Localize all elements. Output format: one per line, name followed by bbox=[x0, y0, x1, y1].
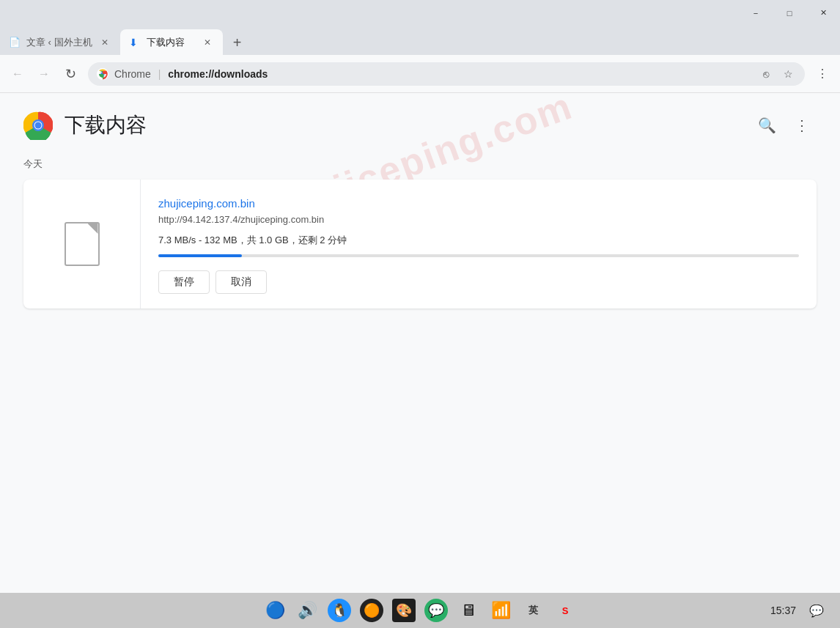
title-bar: − □ ✕ bbox=[0, 0, 840, 26]
omnibox-text: Chrome | chrome://downloads bbox=[114, 68, 752, 80]
taskbar-notification[interactable]: 💬 bbox=[805, 599, 828, 622]
share-icon[interactable]: ⎋ bbox=[758, 66, 774, 82]
page-header: 下载内容 🔍 ⋮ bbox=[23, 111, 817, 140]
tab-title-1: 文章 ‹ 国外主机 bbox=[26, 36, 92, 49]
download-progress-text: 7.3 MB/s - 132 MB，共 1.0 GB，还剩 2 分钟 bbox=[158, 234, 799, 247]
page-title: 下载内容 bbox=[65, 111, 147, 139]
forward-button[interactable]: → bbox=[32, 62, 56, 86]
minimize-button[interactable]: − bbox=[739, 0, 773, 26]
taskbar-right: 15:37 💬 bbox=[770, 599, 828, 622]
minimize-icon: − bbox=[754, 9, 758, 18]
window-controls: − □ ✕ bbox=[739, 0, 840, 26]
download-filename[interactable]: zhujiceping.com.bin bbox=[158, 197, 799, 210]
taskbar-qq[interactable]: 🐧 bbox=[328, 599, 351, 622]
more-icon: ⋮ bbox=[795, 117, 809, 134]
omnibox-chrome-icon bbox=[97, 68, 108, 80]
maximize-icon: □ bbox=[787, 9, 792, 18]
tab-favicon-1: 📄 bbox=[9, 37, 21, 48]
taskbar-bluetooth[interactable]: 🔵 bbox=[263, 599, 287, 622]
taskbar-wechat[interactable]: 💬 bbox=[424, 599, 448, 622]
maximize-button[interactable]: □ bbox=[773, 0, 806, 26]
omnibox-divider: | bbox=[158, 68, 161, 80]
download-card-right: zhujiceping.com.bin http://94.142.137.4/… bbox=[141, 180, 817, 309]
taskbar-display[interactable]: 🖥 bbox=[457, 599, 480, 622]
section-label: 今天 bbox=[23, 158, 817, 171]
page-header-right: 🔍 ⋮ bbox=[752, 111, 817, 140]
taskbar-ime[interactable]: 英 bbox=[521, 599, 545, 622]
more-actions-button[interactable]: ⋮ bbox=[787, 111, 817, 140]
page-content: zhujiceping.com bbox=[0, 93, 840, 593]
taskbar-volume[interactable]: 🔊 bbox=[295, 599, 319, 622]
menu-button[interactable]: ⋮ bbox=[811, 62, 834, 86]
search-icon: 🔍 bbox=[758, 117, 776, 134]
progress-bar-fill bbox=[158, 254, 242, 257]
reload-button[interactable]: ↻ bbox=[59, 62, 82, 86]
menu-icon: ⋮ bbox=[817, 67, 828, 81]
taskbar: 🔵 🔊 🐧 🟠 🎨 💬 🖥 📶 英 S 15:37 💬 bbox=[0, 593, 840, 628]
taskbar-time: 15:37 bbox=[770, 605, 796, 616]
back-icon: ← bbox=[12, 67, 23, 81]
omnibox-chrome-name: Chrome bbox=[114, 68, 151, 80]
page-header-left: 下载内容 bbox=[23, 111, 147, 140]
pause-button[interactable]: 暂停 bbox=[158, 270, 210, 294]
toolbar: ← → ↻ Chrome | chrome://downloads ⎋ ☆ ⋮ bbox=[0, 55, 840, 93]
tab-downloads[interactable]: ⬇ 下载内容 ✕ bbox=[120, 29, 223, 55]
close-button[interactable]: ✕ bbox=[806, 0, 840, 26]
progress-bar-container bbox=[158, 254, 799, 257]
cancel-button[interactable]: 取消 bbox=[215, 270, 267, 294]
tab-wenzhang[interactable]: 📄 文章 ‹ 国外主机 ✕ bbox=[0, 29, 120, 55]
taskbar-wifi[interactable]: 📶 bbox=[489, 599, 512, 622]
svg-point-6 bbox=[35, 122, 42, 129]
taskbar-figma[interactable]: 🎨 bbox=[392, 599, 416, 622]
taskbar-sogou[interactable]: S bbox=[553, 599, 577, 622]
search-button[interactable]: 🔍 bbox=[752, 111, 781, 140]
download-card-left bbox=[23, 180, 141, 309]
file-icon bbox=[65, 222, 100, 266]
omnibox-url: chrome://downloads bbox=[168, 68, 268, 80]
tab-favicon-2: ⬇ bbox=[129, 37, 141, 48]
tab-close-2[interactable]: ✕ bbox=[201, 36, 214, 49]
download-url: http://94.142.137.4/zhujiceping.com.bin bbox=[158, 214, 799, 225]
tab-close-1[interactable]: ✕ bbox=[98, 36, 111, 49]
reload-icon: ↻ bbox=[65, 66, 76, 82]
taskbar-app2[interactable]: 🟠 bbox=[360, 599, 383, 622]
back-button[interactable]: ← bbox=[6, 62, 29, 86]
close-icon: ✕ bbox=[820, 8, 827, 18]
omnibox[interactable]: Chrome | chrome://downloads ⎋ ☆ bbox=[88, 62, 805, 86]
bookmark-icon[interactable]: ☆ bbox=[780, 66, 796, 82]
tab-title-2: 下载内容 bbox=[147, 36, 195, 49]
tab-bar: 📄 文章 ‹ 国外主机 ✕ ⬇ 下载内容 ✕ + bbox=[0, 26, 840, 55]
new-tab-button[interactable]: + bbox=[226, 32, 249, 53]
download-actions: 暂停 取消 bbox=[158, 270, 799, 294]
download-card: zhujiceping.com.bin http://94.142.137.4/… bbox=[23, 180, 817, 309]
forward-icon: → bbox=[38, 67, 50, 81]
chrome-logo bbox=[23, 111, 53, 140]
